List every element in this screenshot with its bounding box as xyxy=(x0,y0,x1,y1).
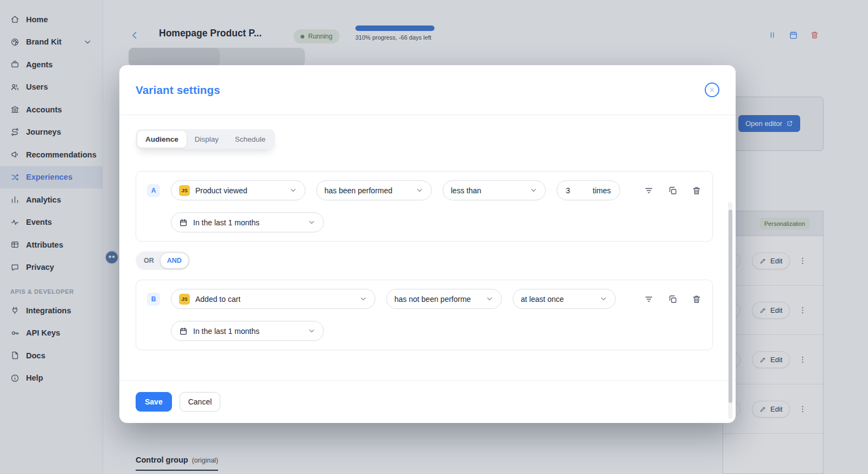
filter-icon xyxy=(644,294,654,304)
comparison-select-value: at least once xyxy=(521,295,564,304)
comparison-select-value: less than xyxy=(451,186,481,195)
chevron-down-icon xyxy=(308,218,316,226)
operator-toggle: OR AND xyxy=(136,251,190,270)
condition-row: A JS Product viewed has been performed l… xyxy=(147,180,701,200)
timeframe-select-value: In the last 1 months xyxy=(193,218,259,227)
filter-button[interactable] xyxy=(644,186,654,195)
comparison-select[interactable]: at least once xyxy=(513,289,616,309)
count-value: 3 xyxy=(566,186,570,195)
modal-scrollbar[interactable] xyxy=(728,202,732,419)
cancel-button[interactable]: Cancel xyxy=(180,392,221,412)
close-button[interactable] xyxy=(705,83,719,97)
comparison-select[interactable]: less than xyxy=(443,180,546,200)
count-unit: times xyxy=(593,186,611,195)
event-select[interactable]: JS Product viewed xyxy=(171,180,305,200)
save-button[interactable]: Save xyxy=(136,392,172,412)
event-select-value: Product viewed xyxy=(195,186,247,195)
scrollbar-thumb[interactable] xyxy=(729,210,732,403)
event-select[interactable]: JS Added to cart xyxy=(171,289,375,309)
performed-select-value: has not been performe xyxy=(394,295,471,304)
chevron-down-icon xyxy=(486,295,494,303)
chevron-down-icon xyxy=(359,295,367,303)
performed-select[interactable]: has not been performe xyxy=(386,289,502,309)
performed-select[interactable]: has been performed xyxy=(316,180,432,200)
copy-icon xyxy=(668,186,678,195)
copy-icon xyxy=(668,294,678,304)
operator-or[interactable]: OR xyxy=(137,253,161,268)
trash-icon xyxy=(692,294,701,304)
timeframe-select[interactable]: In the last 1 months xyxy=(171,321,324,341)
js-source-badge: JS xyxy=(179,185,190,196)
variant-settings-modal: Variant settings Audience Display Schedu… xyxy=(119,65,736,423)
operator-and[interactable]: AND xyxy=(161,253,188,268)
chevron-down-icon xyxy=(599,295,608,303)
chevron-down-icon xyxy=(308,327,316,335)
operator-row: OR AND xyxy=(136,251,719,270)
tab-schedule[interactable]: Schedule xyxy=(227,131,273,148)
condition-letter-a: A xyxy=(147,184,160,197)
condition-actions xyxy=(644,186,701,195)
condition-row: In the last 1 months xyxy=(171,321,701,341)
timeframe-select-value: In the last 1 months xyxy=(193,327,259,336)
chevron-down-icon xyxy=(529,186,538,194)
count-input[interactable]: 3 times xyxy=(557,180,620,200)
condition-letter-b: B xyxy=(147,293,160,306)
trash-icon xyxy=(692,186,701,195)
modal-header: Variant settings xyxy=(119,65,736,115)
duplicate-condition-button[interactable] xyxy=(668,186,678,195)
chevron-down-icon xyxy=(289,186,297,194)
event-select-value: Added to cart xyxy=(195,295,240,304)
condition-group-a: A JS Product viewed has been performed l… xyxy=(136,171,713,242)
chevron-down-icon xyxy=(416,186,424,194)
filter-button[interactable] xyxy=(644,294,654,304)
calendar-icon xyxy=(179,218,188,227)
condition-row: In the last 1 months xyxy=(171,212,701,232)
modal-tabs: Audience Display Schedule xyxy=(136,129,275,149)
modal-footer: Save Cancel xyxy=(119,380,736,423)
tab-display[interactable]: Display xyxy=(187,131,227,148)
condition-actions xyxy=(644,294,701,304)
modal-body: Audience Display Schedule A JS Product v… xyxy=(119,115,736,380)
delete-condition-button[interactable] xyxy=(692,186,701,195)
close-icon xyxy=(709,87,715,93)
filter-icon xyxy=(644,186,654,195)
js-source-badge: JS xyxy=(179,294,190,305)
modal-title: Variant settings xyxy=(136,84,220,97)
performed-select-value: has been performed xyxy=(324,186,392,195)
tab-audience[interactable]: Audience xyxy=(137,131,187,148)
duplicate-condition-button[interactable] xyxy=(668,294,678,304)
delete-condition-button[interactable] xyxy=(692,294,701,304)
timeframe-select[interactable]: In the last 1 months xyxy=(171,212,324,232)
condition-group-b: B JS Added to cart has not been performe… xyxy=(136,280,713,350)
calendar-icon xyxy=(179,327,188,336)
condition-row: B JS Added to cart has not been performe… xyxy=(147,289,701,309)
